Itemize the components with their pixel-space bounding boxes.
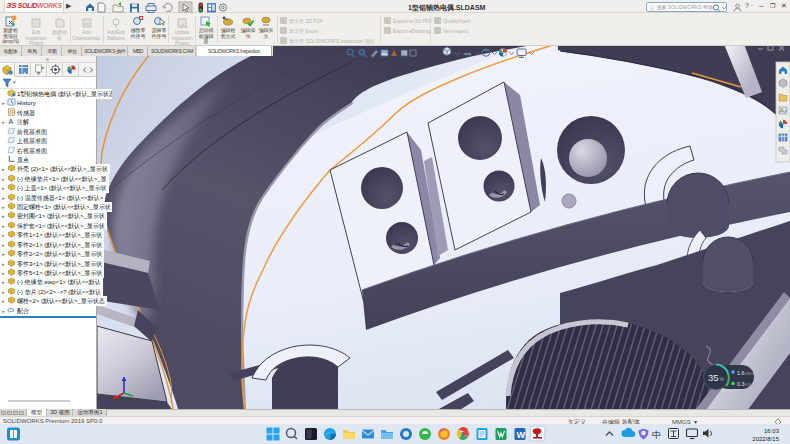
svg-text:KB/s: KB/s xyxy=(746,383,754,387)
svg-text:·: · xyxy=(158,5,160,11)
svg-text:%: % xyxy=(720,376,725,382)
svg-text:MB/s: MB/s xyxy=(746,372,754,376)
svg-text:·: · xyxy=(230,5,232,11)
svg-text:0.3: 0.3 xyxy=(737,381,745,387)
svg-text:·: · xyxy=(174,5,176,11)
svg-text:中: 中 xyxy=(652,430,661,440)
svg-text:·: · xyxy=(125,5,127,11)
svg-text:16:03: 16:03 xyxy=(764,428,780,434)
svg-text:·: · xyxy=(107,5,109,11)
svg-text:2022/8/15: 2022/8/15 xyxy=(752,436,779,442)
svg-text:W: W xyxy=(517,430,526,440)
svg-text:1.6: 1.6 xyxy=(737,370,745,376)
svg-text:A: A xyxy=(8,118,13,125)
svg-text:·: · xyxy=(193,5,195,11)
svg-text:35: 35 xyxy=(708,372,719,383)
svg-text:·: · xyxy=(141,5,143,11)
